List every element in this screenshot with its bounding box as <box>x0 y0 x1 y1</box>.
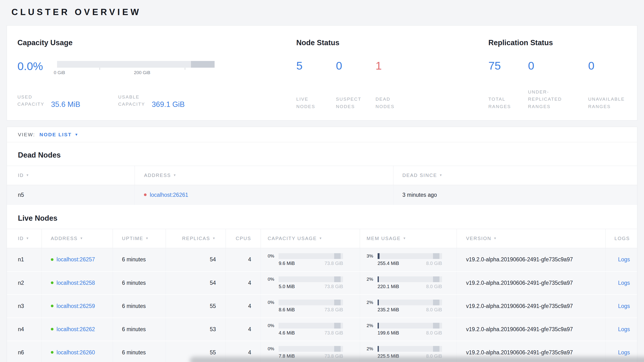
live-nodes-stat: 5 LIVE NODES <box>296 59 336 110</box>
uptime-value: 6 minutes <box>113 295 166 318</box>
sort-desc-icon: ▼ <box>439 173 443 177</box>
sort-desc-icon: ▼ <box>494 237 497 240</box>
unavailable-ranges-stat: 0 UNAVAILABLE RANGES <box>588 59 625 110</box>
node-address-link[interactable]: localhost:26257 <box>56 256 95 263</box>
suspect-nodes-count: 0 <box>336 59 376 72</box>
dead-col-header-id[interactable]: ID▼ <box>7 166 135 185</box>
total-ranges-label: TOTAL RANGES <box>488 96 528 110</box>
live-nodes-table: ID▼ ADDRESS▼ UPTIME▼ REPLICAS▼ CPUS CAPA… <box>7 229 637 362</box>
logs-link[interactable]: Logs <box>618 303 630 309</box>
live-status-icon <box>51 305 54 307</box>
usable-capacity-label: USABLE CAPACITY <box>118 93 145 108</box>
col-header-id[interactable]: ID▼ <box>7 229 42 248</box>
suspect-nodes-label: SUSPECT NODES <box>336 96 376 110</box>
live-nodes-label: LIVE NODES <box>296 96 336 110</box>
col-header-mem-usage[interactable]: MEM USAGE▼ <box>360 229 457 248</box>
cluster-summary-card: Capacity Usage 0.0% 0 GiB 200 GiB USED C… <box>7 25 637 120</box>
logs-link[interactable]: Logs <box>618 326 630 332</box>
col-header-capacity-usage[interactable]: CAPACITY USAGE▼ <box>261 229 360 248</box>
sort-desc-icon: ▼ <box>173 173 177 177</box>
logs-link[interactable]: Logs <box>618 280 630 286</box>
dead-col-header-dead-since[interactable]: DEAD SINCE▼ <box>393 166 637 185</box>
capacity-bar-other-segment <box>191 61 214 68</box>
node-address-link[interactable]: localhost:26259 <box>56 303 95 309</box>
replication-status-title: Replication Status <box>488 39 637 47</box>
dead-col-header-address[interactable]: ADDRESS▼ <box>135 166 393 185</box>
capacity-bar <box>57 61 214 68</box>
col-header-cpus[interactable]: CPUS <box>226 229 261 248</box>
live-node-row: n1 localhost:26257 6 minutes 54 4 0% 9.6… <box>7 248 637 271</box>
node-address-link[interactable]: localhost:26258 <box>56 280 95 286</box>
node-id: n3 <box>7 295 42 318</box>
total-ranges-count: 75 <box>488 59 528 72</box>
logs-link[interactable]: Logs <box>618 256 630 263</box>
live-node-row: n3 localhost:26259 6 minutes 55 4 0% 8.6… <box>7 295 637 318</box>
sort-desc-icon: ▼ <box>26 173 30 177</box>
live-nodes-count: 5 <box>296 59 336 72</box>
live-node-row: n2 localhost:26258 6 minutes 54 4 0% 5.0… <box>7 271 637 295</box>
axis-tick <box>185 68 185 70</box>
live-status-icon <box>51 351 54 354</box>
node-address-link[interactable]: localhost:26261 <box>150 192 188 198</box>
unavailable-ranges-count: 0 <box>588 59 625 72</box>
replicas-value: 53 <box>166 318 226 341</box>
version-value: v19.2.0-alpha.20190606-2491-gfe735c9a97 <box>457 248 606 271</box>
col-header-version[interactable]: VERSION▼ <box>457 229 606 248</box>
replicas-value: 55 <box>166 295 226 318</box>
capacity-usage-section: Capacity Usage 0.0% 0 GiB 200 GiB USED C… <box>18 39 296 120</box>
cpus-value: 4 <box>226 248 261 271</box>
node-address-link[interactable]: localhost:26262 <box>56 326 95 332</box>
mem-usage-meter: 2% 220.1 MiB8.0 GiB <box>367 276 457 289</box>
unavailable-ranges-label: UNAVAILABLE RANGES <box>588 96 625 110</box>
bottom-scroll-shadow <box>190 357 644 362</box>
uptime-value: 6 minutes <box>113 318 166 341</box>
node-address-link[interactable]: localhost:26260 <box>56 349 95 355</box>
cpus-value: 4 <box>226 318 261 341</box>
version-value: v19.2.0-alpha.20190606-2491-gfe735c9a97 <box>457 271 606 295</box>
used-capacity-stat: USED CAPACITY 35.6 MiB <box>18 93 118 108</box>
uptime-value: 6 minutes <box>113 248 166 271</box>
dead-nodes-count: 1 <box>376 59 394 72</box>
cpus-value: 4 <box>226 295 261 318</box>
view-label: VIEW: <box>18 132 35 137</box>
node-status-title: Node Status <box>296 39 488 47</box>
usable-capacity-stat: USABLE CAPACITY 369.1 GiB <box>118 93 185 108</box>
mem-usage-meter: 2% 235.2 MiB8.0 GiB <box>367 300 457 312</box>
uptime-value: 6 minutes <box>113 341 166 362</box>
view-selector-bar: VIEW: NODE LIST ▼ <box>7 127 637 142</box>
dead-node-row: n5 localhost:26261 3 minutes ago <box>7 185 637 205</box>
col-header-replicas[interactable]: REPLICAS▼ <box>166 229 226 248</box>
capacity-usage-title: Capacity Usage <box>18 39 296 47</box>
live-status-icon <box>51 281 54 284</box>
dead-nodes-label: DEAD NODES <box>376 96 394 110</box>
dead-nodes-title: Dead Nodes <box>18 151 637 159</box>
dead-status-icon <box>144 194 146 196</box>
capacity-used-percent: 0.0% <box>18 60 57 73</box>
node-id: n2 <box>7 271 42 295</box>
suspect-nodes-stat: 0 SUSPECT NODES <box>336 59 376 110</box>
node-id: n6 <box>7 341 42 362</box>
live-status-icon <box>51 258 54 261</box>
live-node-row: n4 localhost:26262 6 minutes 53 4 0% 4.6… <box>7 318 637 341</box>
capacity-usage-bar-chart: 0 GiB 200 GiB <box>57 59 214 73</box>
col-header-logs: LOGS <box>606 229 637 248</box>
uptime-value: 6 minutes <box>113 271 166 295</box>
axis-tick <box>100 68 100 70</box>
node-id: n5 <box>7 185 135 205</box>
total-ranges-stat: 75 TOTAL RANGES <box>488 59 528 110</box>
live-nodes-title: Live Nodes <box>18 214 637 223</box>
logs-link[interactable]: Logs <box>618 349 630 355</box>
sort-desc-icon: ▼ <box>26 237 30 240</box>
view-dropdown[interactable]: NODE LIST <box>40 132 72 137</box>
capacity-usage-meter: 0% 8.6 MiB73.8 GiB <box>268 300 360 312</box>
sort-desc-icon: ▼ <box>319 237 322 240</box>
sort-desc-icon: ▼ <box>80 237 83 240</box>
replication-status-section: Replication Status 75 TOTAL RANGES 0 UND… <box>488 39 637 120</box>
chevron-down-icon[interactable]: ▼ <box>75 132 78 136</box>
version-value: v19.2.0-alpha.20190606-2491-gfe735c9a97 <box>457 318 606 341</box>
col-header-address[interactable]: ADDRESS▼ <box>42 229 113 248</box>
replicas-value: 54 <box>166 248 226 271</box>
col-header-uptime[interactable]: UPTIME▼ <box>113 229 166 248</box>
under-replicated-ranges-label: UNDER- REPLICATED RANGES <box>528 88 588 110</box>
cpus-value: 4 <box>226 271 261 295</box>
